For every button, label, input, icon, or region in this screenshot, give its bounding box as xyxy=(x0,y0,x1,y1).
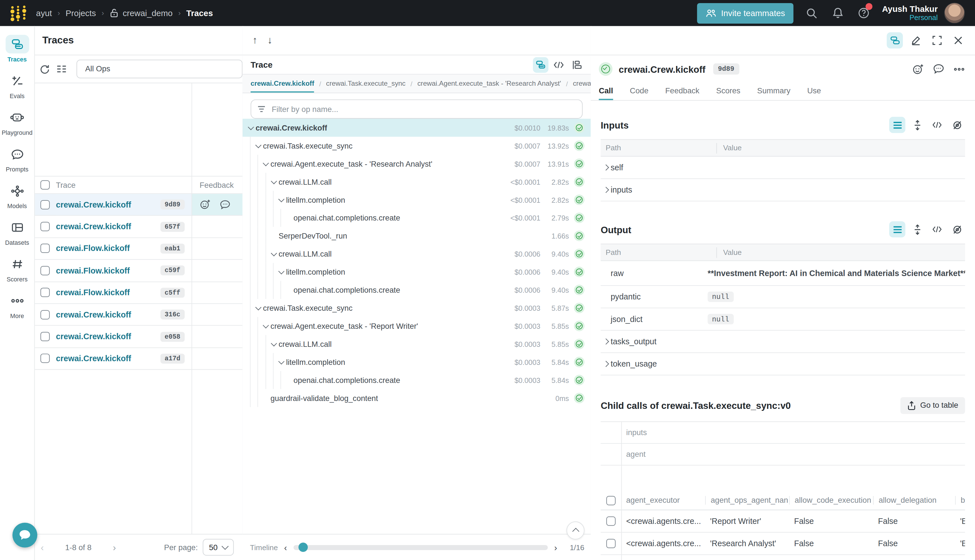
chevron-down-icon[interactable] xyxy=(246,126,255,129)
timeline-slider[interactable] xyxy=(293,545,548,550)
sidebar-item-more[interactable]: More xyxy=(0,292,34,320)
tree-view-button[interactable] xyxy=(533,57,548,72)
table-row[interactable]: crewai.Crew.kickoff e058 xyxy=(34,326,242,348)
expand-collapse-button[interactable] xyxy=(909,117,925,133)
output-row-pydantic[interactable]: pydantic null xyxy=(601,286,965,308)
prev-call-button[interactable]: ↑ xyxy=(252,35,257,46)
tab-code[interactable]: Code xyxy=(630,83,649,100)
call-breadcrumb-item[interactable]: crewai.Agent.execute_task - 'Research An… xyxy=(417,75,561,92)
table-row[interactable]: crewai.Crew.kickoff a17d xyxy=(34,348,242,370)
chevron-down-icon[interactable] xyxy=(261,162,270,165)
trace-tree-row[interactable]: crewai.Task.execute_sync $0.000713.92s xyxy=(243,137,591,155)
trace-tree-row[interactable]: SerperDevTool._run 1.66s xyxy=(243,227,591,245)
chevron-right-icon[interactable] xyxy=(601,362,611,366)
row-checkbox[interactable] xyxy=(40,266,50,275)
comment-button[interactable] xyxy=(930,61,946,77)
code-toggle-button[interactable] xyxy=(929,222,945,237)
trace-tree-row[interactable]: guardrail-validate_blog_content 0ms xyxy=(243,389,591,407)
trace-tree-row[interactable]: crewai.Agent.execute_task - 'Report Writ… xyxy=(243,317,591,335)
output-row-tasks-output[interactable]: tasks_output xyxy=(601,331,965,353)
call-breadcrumb-item[interactable]: crewai.Crew.kickoff xyxy=(250,75,314,92)
call-breadcrumb-item[interactable]: crewai.Task.execute_sync xyxy=(326,75,406,92)
prev-page-button[interactable]: ‹ xyxy=(34,542,50,552)
next-page-button[interactable]: › xyxy=(106,542,122,552)
chevron-right-icon[interactable] xyxy=(601,188,611,192)
notifications-button[interactable] xyxy=(825,0,851,26)
collapse-timeline-button[interactable] xyxy=(566,522,584,539)
code-toggle-button[interactable] xyxy=(929,117,945,133)
trace-tree-row[interactable]: litellm.completion $0.00035.84s xyxy=(243,353,591,371)
table-row[interactable]: <crewai.agents.cre... 'Research Analyst'… xyxy=(601,533,965,555)
next-call-button[interactable]: ↓ xyxy=(267,35,272,46)
table-row[interactable]: crewai.Flow.kickoff c59f xyxy=(34,260,242,282)
output-row-token-usage[interactable]: token_usage xyxy=(601,353,965,375)
trace-tree-row[interactable]: openai.chat.completions.create $0.00069.… xyxy=(243,281,591,299)
chevron-down-icon[interactable] xyxy=(277,198,286,201)
flame-graph-view-button[interactable] xyxy=(569,57,584,72)
search-button[interactable] xyxy=(799,0,825,26)
column-settings-button[interactable] xyxy=(54,60,69,78)
code-view-button[interactable] xyxy=(551,57,566,72)
tab-summary[interactable]: Summary xyxy=(757,83,790,100)
expand-collapse-button[interactable] xyxy=(909,222,925,237)
tab-feedback[interactable]: Feedback xyxy=(665,83,700,100)
chevron-down-icon[interactable] xyxy=(269,180,279,183)
show-trace-tree-button[interactable] xyxy=(887,32,903,48)
sidebar-item-datasets[interactable]: Datasets xyxy=(0,218,34,246)
input-row-self[interactable]: self xyxy=(601,157,965,179)
table-row[interactable]: crewai.Flow.kickoff eab1 xyxy=(34,238,242,260)
tab-call[interactable]: Call xyxy=(599,83,613,100)
sidebar-item-traces[interactable]: Traces xyxy=(0,35,34,63)
chevron-down-icon[interactable] xyxy=(277,360,286,363)
trace-tree-row[interactable]: crewai.LLM.call <$0.00012.82s xyxy=(243,173,591,191)
sidebar-item-prompts[interactable]: Prompts xyxy=(0,145,34,173)
invite-teammates-button[interactable]: Invite teammates xyxy=(697,3,794,23)
chevron-down-icon[interactable] xyxy=(261,325,270,328)
row-checkbox[interactable] xyxy=(40,288,50,297)
breadcrumb-entity[interactable]: ayut xyxy=(36,8,52,18)
fullscreen-button[interactable] xyxy=(929,32,945,48)
trace-tree-row[interactable]: crewai.Task.execute_sync $0.00035.87s xyxy=(243,299,591,317)
avatar[interactable] xyxy=(944,3,965,24)
list-view-button[interactable] xyxy=(889,117,905,133)
breadcrumb-projects[interactable]: Projects xyxy=(66,8,96,18)
trace-tree-row[interactable]: openai.chat.completions.create $0.00035.… xyxy=(243,371,591,389)
trace-tree-row[interactable]: crewai.Crew.kickoff $0.001019.83s xyxy=(243,119,591,137)
per-page-select[interactable]: 50 xyxy=(203,539,234,556)
tab-use[interactable]: Use xyxy=(807,83,821,100)
timeline-prev-button[interactable]: ‹ xyxy=(284,542,287,552)
chevron-down-icon[interactable] xyxy=(254,144,263,147)
sidebar-item-evals[interactable]: Evals xyxy=(0,71,34,99)
row-checkbox[interactable] xyxy=(40,354,50,363)
output-row-json-dict[interactable]: json_dict null xyxy=(601,308,965,330)
row-checkbox[interactable] xyxy=(40,310,50,319)
chevron-down-icon[interactable] xyxy=(254,307,263,310)
op-name-filter-input[interactable] xyxy=(270,104,576,114)
trace-tree-row[interactable]: crewai.LLM.call $0.00069.40s xyxy=(243,245,591,263)
wandb-logo-icon[interactable] xyxy=(10,5,27,21)
sidebar-item-models[interactable]: Models xyxy=(0,182,34,210)
add-reaction-button[interactable] xyxy=(910,61,926,77)
select-all-checkbox[interactable] xyxy=(40,180,50,190)
chevron-right-icon[interactable] xyxy=(601,165,611,170)
trace-tree-row[interactable]: crewai.Agent.execute_task - 'Research An… xyxy=(243,155,591,173)
row-checkbox[interactable] xyxy=(40,332,50,341)
chevron-right-icon[interactable] xyxy=(601,339,611,343)
trace-tree-row[interactable]: litellm.completion $0.00069.40s xyxy=(243,263,591,281)
tab-scores[interactable]: Scores xyxy=(716,83,741,100)
refresh-button[interactable] xyxy=(37,60,52,78)
output-row-raw[interactable]: raw **Investment Report: AI in Chemical … xyxy=(601,261,965,286)
timeline-slider-thumb[interactable] xyxy=(298,543,307,552)
table-row[interactable]: <crewai.agents.cre... 'Report Writer' Fa… xyxy=(601,510,965,533)
select-all-checkbox[interactable] xyxy=(606,496,616,505)
go-to-table-button[interactable]: Go to table xyxy=(900,397,965,414)
close-button[interactable] xyxy=(950,32,966,48)
timeline-next-button[interactable]: › xyxy=(554,542,557,552)
trace-tree-row[interactable]: crewai.LLM.call $0.00035.85s xyxy=(243,335,591,353)
edit-button[interactable] xyxy=(908,32,924,48)
chevron-down-icon[interactable] xyxy=(269,252,279,255)
trace-tree-row[interactable]: litellm.completion <$0.00012.82s xyxy=(243,191,591,209)
add-reaction-icon[interactable] xyxy=(200,199,211,210)
comment-icon[interactable] xyxy=(219,199,231,210)
table-row[interactable]: crewai.Crew.kickoff 657f xyxy=(34,216,242,238)
